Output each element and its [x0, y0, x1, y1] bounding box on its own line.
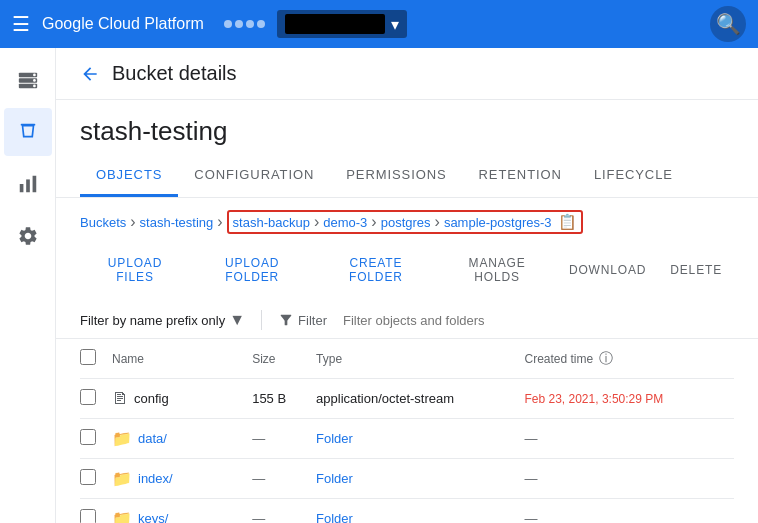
chevron-down-icon: ▾ — [391, 15, 399, 34]
create-folder-button[interactable]: CREATE FOLDER — [314, 250, 437, 290]
tab-retention[interactable]: RETENTION — [463, 155, 578, 197]
tab-configuration[interactable]: CONFIGURATION — [178, 155, 330, 197]
row-index-checkbox[interactable] — [80, 469, 96, 485]
tab-permissions[interactable]: PERMISSIONS — [330, 155, 462, 197]
row-data-size: — — [252, 419, 316, 459]
row-index-name[interactable]: 📁index/ — [112, 459, 252, 499]
row-checkbox-cell — [80, 419, 112, 459]
menu-icon[interactable]: ☰ — [12, 12, 30, 36]
row-keys-type[interactable]: Folder — [316, 499, 524, 524]
settings-icon — [17, 225, 39, 247]
breadcrumb-sep-2: › — [217, 213, 222, 231]
row-keys-name[interactable]: 📁keys/ — [112, 499, 252, 524]
filter-separator — [261, 310, 262, 330]
table-row: 📁index/—Folder— — [80, 459, 734, 499]
row-index-size: — — [252, 459, 316, 499]
filter-icon — [278, 312, 294, 328]
breadcrumb-postgres[interactable]: postgres — [381, 215, 431, 230]
row-keys-created: — — [524, 499, 734, 524]
bucket-name: stash-testing — [56, 100, 758, 147]
sidebar-item-bucket[interactable] — [4, 108, 52, 156]
folder-icon: 📁 — [112, 429, 132, 448]
filter-prefix-chevron-icon: ▼ — [229, 311, 245, 329]
row-config-created: Feb 23, 2021, 3:50:29 PM — [524, 379, 734, 419]
row-keys-checkbox[interactable] — [80, 509, 96, 523]
svg-point-3 — [33, 74, 36, 77]
table-container: Name Size Type Created time ⓘ — [56, 339, 758, 523]
svg-rect-7 — [19, 184, 23, 192]
filter-row: Filter by name prefix only ▼ Filter — [56, 302, 758, 339]
breadcrumb-demo3[interactable]: demo-3 — [323, 215, 367, 230]
back-button[interactable] — [80, 64, 100, 84]
manage-holds-button[interactable]: MANAGE HOLDS — [437, 250, 556, 290]
select-all-checkbox[interactable] — [80, 349, 96, 365]
svg-point-4 — [33, 79, 36, 82]
main-content: Bucket details stash-testing OBJECTS CON… — [56, 48, 758, 523]
files-table: Name Size Type Created time ⓘ — [80, 339, 734, 523]
filter-label: Filter — [298, 313, 327, 328]
tab-objects[interactable]: OBJECTS — [80, 155, 178, 197]
svg-rect-9 — [32, 176, 36, 193]
breadcrumb-sample-postgres[interactable]: sample-postgres-3 — [444, 215, 552, 230]
row-data-checkbox[interactable] — [80, 429, 96, 445]
search-button[interactable]: 🔍 — [710, 6, 746, 42]
action-bar: UPLOAD FILES UPLOAD FOLDER CREATE FOLDER… — [56, 246, 758, 302]
table-body: 🖹config155 Bapplication/octet-streamFeb … — [80, 379, 734, 524]
filter-prefix-label: Filter by name prefix only — [80, 313, 225, 328]
th-checkbox — [80, 339, 112, 379]
breadcrumb: Buckets › stash-testing › stash-backup ›… — [56, 198, 758, 246]
row-checkbox-cell — [80, 459, 112, 499]
row-data-name[interactable]: 📁data/ — [112, 419, 252, 459]
filter-input[interactable] — [343, 313, 734, 328]
nav-dots — [224, 20, 265, 28]
upload-files-button[interactable]: UPLOAD FILES — [80, 250, 190, 290]
upload-folder-button[interactable]: UPLOAD FOLDER — [190, 250, 314, 290]
table-row: 📁keys/—Folder— — [80, 499, 734, 524]
project-selector[interactable]: ▾ — [277, 10, 407, 38]
table-row: 📁data/—Folder— — [80, 419, 734, 459]
row-config-type: application/octet-stream — [316, 379, 524, 419]
row-data-type[interactable]: Folder — [316, 419, 524, 459]
tab-lifecycle[interactable]: LIFECYCLE — [578, 155, 689, 197]
th-size: Size — [252, 339, 316, 379]
delete-button[interactable]: DELETE — [658, 257, 734, 283]
breadcrumb-buckets[interactable]: Buckets — [80, 215, 126, 230]
row-config-name: 🖹config — [112, 379, 252, 419]
sidebar-item-settings[interactable] — [4, 212, 52, 260]
page-title: Bucket details — [112, 62, 237, 85]
copy-path-icon[interactable]: 📋 — [558, 213, 577, 231]
table-header-row: Name Size Type Created time ⓘ — [80, 339, 734, 379]
sidebar-item-storage[interactable] — [4, 56, 52, 104]
page-header: Bucket details — [56, 48, 758, 100]
breadcrumb-highlighted: stash-backup › demo-3 › postgres › sampl… — [227, 210, 583, 234]
row-index-created: — — [524, 459, 734, 499]
nav-title: Google Cloud Platform — [42, 15, 204, 33]
tabs-container: OBJECTS CONFIGURATION PERMISSIONS RETENT… — [56, 155, 758, 198]
filter-prefix-dropdown[interactable]: Filter by name prefix only ▼ — [80, 311, 245, 329]
row-config-size: 155 B — [252, 379, 316, 419]
folder-icon: 📁 — [112, 509, 132, 523]
bucket-icon — [17, 121, 39, 143]
breadcrumb-inner: stash-backup › demo-3 › postgres › sampl… — [233, 213, 552, 231]
created-help-icon[interactable]: ⓘ — [599, 350, 613, 368]
breadcrumb-sep-1: › — [130, 213, 135, 231]
top-nav: ☰ Google Cloud Platform ▾ 🔍 — [0, 0, 758, 48]
th-name: Name — [112, 339, 252, 379]
svg-point-5 — [33, 85, 36, 88]
th-type: Type — [316, 339, 524, 379]
breadcrumb-stash-testing[interactable]: stash-testing — [140, 215, 214, 230]
main-layout: Bucket details stash-testing OBJECTS CON… — [0, 48, 758, 523]
sidebar-item-analytics[interactable] — [4, 160, 52, 208]
analytics-icon — [17, 173, 39, 195]
row-checkbox-cell — [80, 379, 112, 419]
breadcrumb-sep-5: › — [435, 213, 440, 231]
row-index-type[interactable]: Folder — [316, 459, 524, 499]
download-button[interactable]: DOWNLOAD — [557, 257, 658, 283]
breadcrumb-stash-backup[interactable]: stash-backup — [233, 215, 310, 230]
folder-icon: 📁 — [112, 469, 132, 488]
breadcrumb-sep-4: › — [371, 213, 376, 231]
row-config-checkbox[interactable] — [80, 389, 96, 405]
search-icon: 🔍 — [716, 12, 741, 36]
sidebar — [0, 48, 56, 523]
th-created: Created time ⓘ — [524, 339, 734, 379]
